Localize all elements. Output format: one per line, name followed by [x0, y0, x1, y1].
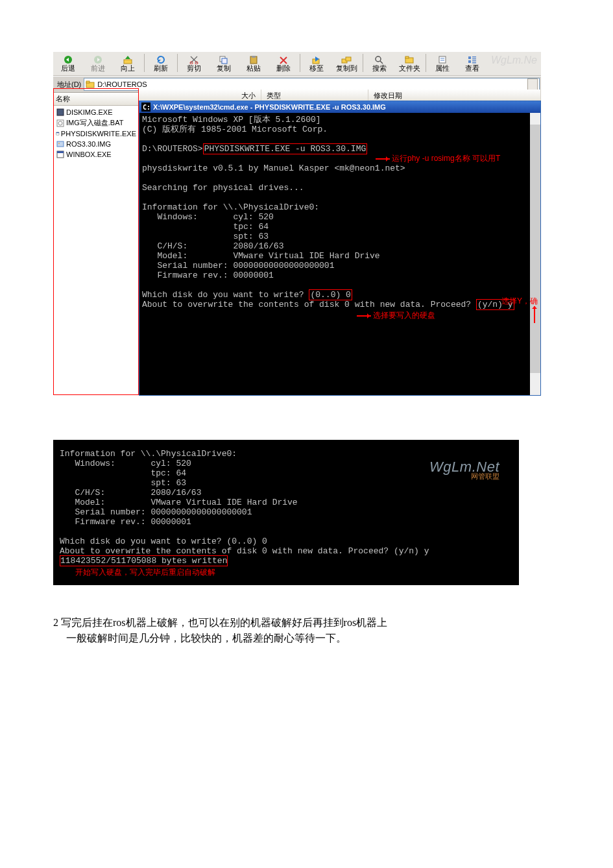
svg-rect-23 [472, 60, 476, 62]
file-item[interactable]: WINBOX.EXE [53, 149, 139, 160]
file-name: DISKIMG.EXE [66, 108, 113, 116]
svg-rect-27 [57, 109, 64, 115]
views-button[interactable]: 查看 [457, 52, 487, 75]
watermark: WgLm.Net 网管联盟 [429, 462, 499, 481]
folders-icon [404, 55, 415, 64]
file-item[interactable]: DISKIMG.EXE [53, 107, 139, 117]
refresh-button[interactable]: 刷新 [146, 52, 176, 75]
confirm-highlight: (y/n) y [476, 299, 514, 310]
copyto-label: 复制到 [336, 64, 357, 72]
copy-button[interactable]: 复制 [209, 52, 239, 75]
file-item[interactable]: ROS3.30.IMG [53, 139, 139, 149]
delete-icon [278, 55, 289, 64]
explorer-cmd-screenshot: WgLm.Ne 后退 前进 向上 刷新 剪切 [53, 52, 541, 396]
forward-icon [93, 55, 103, 64]
up-icon [123, 55, 133, 64]
cmd-input-highlight: PHYSDISKWRITE.EXE -u ROS3.30.IMG [203, 143, 368, 154]
exe-icon [56, 150, 65, 159]
img-icon [56, 139, 65, 149]
moveto-button[interactable]: 移至 [302, 52, 331, 75]
delete-label: 删除 [276, 64, 291, 72]
moveto-label: 移至 [309, 64, 324, 72]
back-button[interactable]: 后退 [53, 52, 83, 75]
watermark-text: WgLm.Net [429, 462, 499, 472]
folders-button[interactable]: 文件夹 [394, 52, 424, 75]
refresh-icon [156, 55, 166, 64]
refresh-label: 刷新 [154, 64, 168, 72]
views-label: 查看 [465, 64, 479, 72]
dropdown-icon[interactable] [527, 78, 538, 90]
cut-button[interactable]: 剪切 [179, 52, 209, 75]
copyto-icon [341, 55, 352, 64]
copy-icon [219, 55, 229, 64]
explorer-toolbar: 后退 前进 向上 刷新 剪切 复制 [53, 52, 541, 76]
paste-label: 粘贴 [246, 64, 261, 72]
step-2-line2: 一般破解时间是几分钟，比较快的，机器差的耐心等待一下。 [53, 631, 613, 646]
search-label: 搜索 [372, 64, 387, 72]
step-2-line1: 2 写完后挂在ros机器上破解，也可以在别的机器破解好后再挂到ros机器上 [53, 617, 387, 628]
address-value: D:\ROUTEROS [97, 80, 527, 88]
file-name: IMG写入磁盘.BAT [66, 118, 123, 128]
properties-icon [437, 55, 448, 64]
watermark: WgLm.Ne [491, 54, 537, 66]
cmd-output: Microsoft Windows XP [版本 5.1.2600] (C) 版… [139, 113, 540, 313]
svg-rect-15 [405, 56, 409, 58]
search-button[interactable]: 搜索 [365, 52, 394, 75]
file-list: DISKIMG.EXE IMG写入磁盘.BAT PHYSDISKWRITE.EX… [53, 106, 139, 161]
properties-button[interactable]: 属性 [427, 52, 457, 75]
file-item[interactable]: PHYSDISKWRITE.EXE [53, 128, 139, 139]
bat-icon [56, 119, 65, 128]
cut-icon [189, 55, 199, 64]
svg-rect-31 [56, 132, 59, 133]
disk-choice-highlight: (0..0) 0 [309, 289, 352, 300]
exe-icon [56, 129, 60, 138]
search-icon [374, 55, 385, 64]
svg-rect-19 [468, 56, 471, 59]
name-column-header[interactable]: 名称 [53, 93, 139, 106]
svg-rect-22 [468, 60, 471, 63]
views-icon [467, 55, 477, 64]
svg-rect-6 [222, 58, 227, 64]
up-button[interactable]: 向上 [113, 52, 143, 75]
svg-rect-24 [472, 62, 476, 64]
copy-label: 复制 [217, 64, 231, 72]
svg-point-12 [376, 56, 381, 62]
anno-writing: 开始写入硬盘，写入完毕后重启自动破解 [75, 568, 215, 577]
file-list-pane: 名称 DISKIMG.EXE IMG写入磁盘.BAT PHYSDISKWRITE… [53, 93, 139, 396]
svg-rect-2 [124, 60, 132, 64]
copyto-button[interactable]: 复制到 [331, 52, 361, 75]
paste-icon [248, 55, 259, 64]
cmd-progress-screenshot: WgLm.Net 网管联盟 Information for \\.\Physic… [53, 440, 519, 585]
back-icon [63, 55, 73, 64]
folder-icon [86, 80, 95, 89]
svg-rect-35 [57, 151, 64, 153]
svg-rect-16 [439, 56, 446, 63]
address-label: 地址(D) [54, 80, 84, 90]
cmd-icon: C:\ [141, 102, 150, 112]
folders-label: 文件夹 [399, 64, 420, 72]
moveto-icon [311, 55, 322, 64]
file-name: PHYSDISKWRITE.EXE [61, 130, 136, 138]
exe-icon [56, 108, 65, 117]
file-name: WINBOX.EXE [66, 151, 112, 158]
svg-rect-26 [86, 81, 90, 83]
cmd-titlebar[interactable]: C:\ X:\WXPE\system32\cmd.exe - PHYSDISKW… [139, 101, 540, 113]
up-label: 向上 [121, 64, 135, 72]
file-name: ROS3.30.IMG [66, 140, 111, 148]
forward-button[interactable]: 前进 [83, 52, 113, 75]
delete-button[interactable]: 删除 [269, 52, 298, 75]
cmd-title: X:\WXPE\system32\cmd.exe - PHYSDISKWRITE… [153, 102, 386, 112]
properties-label: 属性 [435, 64, 450, 72]
address-combobox[interactable]: D:\ROUTEROS [84, 78, 540, 91]
svg-line-13 [380, 61, 383, 64]
bytes-written-highlight: 118423552/511705088 bytes written [60, 555, 228, 566]
scrollbar[interactable] [530, 113, 540, 395]
svg-rect-11 [346, 57, 351, 61]
paste-button[interactable]: 粘贴 [239, 52, 269, 75]
cmd-window: C:\ X:\WXPE\system32\cmd.exe - PHYSDISKW… [139, 101, 541, 396]
svg-text:C:\: C:\ [143, 104, 150, 111]
file-item[interactable]: IMG写入磁盘.BAT [53, 117, 139, 128]
back-label: 后退 [61, 64, 75, 72]
svg-point-33 [58, 143, 60, 144]
forward-label: 前进 [91, 64, 105, 72]
